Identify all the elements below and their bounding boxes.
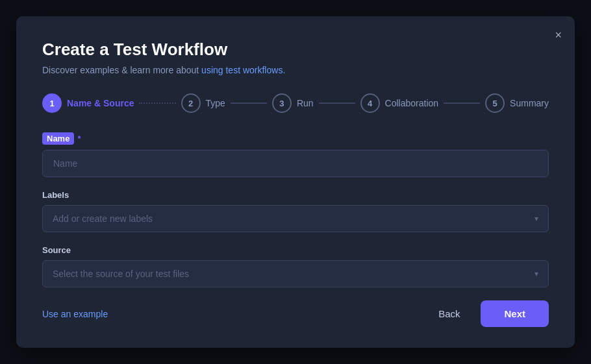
modal-subtitle: Discover examples & learn more about usi… — [42, 65, 549, 75]
connector-1-2 — [139, 103, 175, 104]
modal-footer: Use an example Back Next — [42, 300, 549, 327]
step-5: 5 Summary — [485, 93, 549, 113]
source-field-label: Source — [42, 245, 549, 255]
step-1-circle: 1 — [42, 93, 62, 113]
step-5-circle: 5 — [485, 93, 505, 113]
connector-4-5 — [444, 103, 480, 104]
name-field-label: Name* — [42, 132, 549, 145]
source-field-group: Source ▾ Select the source of your test … — [42, 245, 549, 287]
step-2: 2 Type — [181, 93, 225, 113]
subtitle-link[interactable]: using test workflows. — [201, 65, 285, 75]
labels-field-label: Labels — [42, 190, 549, 200]
name-label-highlight: Name — [42, 132, 74, 145]
step-4-label: Collaboration — [385, 98, 439, 108]
steps-indicator: 1 Name & Source 2 Type 3 Run 4 Collabora… — [42, 93, 549, 113]
step-2-label: Type — [206, 98, 225, 108]
labels-select-wrapper: ▾ Add or create new labels — [42, 205, 549, 232]
name-input[interactable] — [42, 150, 549, 177]
step-3-label: Run — [297, 98, 314, 108]
step-5-label: Summary — [510, 98, 549, 108]
name-field-group: Name* — [42, 132, 549, 190]
step-1: 1 Name & Source — [42, 93, 134, 113]
step-3: 3 Run — [272, 93, 314, 113]
form-body: Name* Labels ▾ Add or create new labels … — [42, 132, 549, 287]
labels-field-group: Labels ▾ Add or create new labels — [42, 190, 549, 232]
footer-buttons: Back Next — [425, 300, 549, 327]
use-example-button[interactable]: Use an example — [42, 309, 108, 319]
step-4: 4 Collaboration — [360, 93, 439, 113]
step-3-circle: 3 — [272, 93, 292, 113]
step-1-label: Name & Source — [67, 98, 134, 108]
labels-select[interactable] — [42, 205, 549, 232]
close-button[interactable]: × — [552, 27, 564, 43]
step-2-circle: 2 — [181, 93, 201, 113]
connector-2-3 — [231, 103, 267, 104]
modal-title: Create a Test Workflow — [42, 40, 549, 60]
name-required-asterisk: * — [77, 134, 81, 143]
next-button[interactable]: Next — [481, 300, 549, 327]
step-4-circle: 4 — [360, 93, 380, 113]
create-workflow-modal: × Create a Test Workflow Discover exampl… — [16, 16, 575, 348]
source-select-wrapper: ▾ Select the source of your test files — [42, 260, 549, 287]
source-select[interactable] — [42, 260, 549, 287]
connector-3-4 — [319, 103, 355, 104]
back-button[interactable]: Back — [425, 302, 473, 326]
